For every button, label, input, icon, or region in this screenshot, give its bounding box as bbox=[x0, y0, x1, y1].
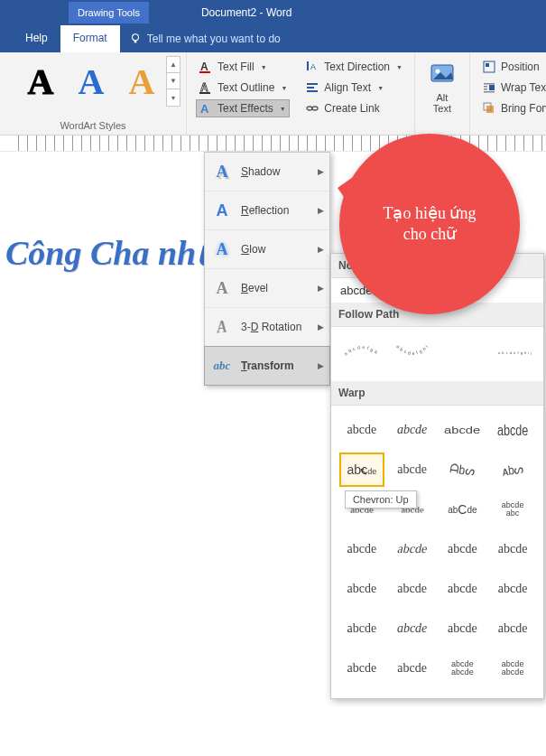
warp-option-chevron-up[interactable]: abcde ↖ Chevron: Up bbox=[339, 453, 384, 487]
tooltip: Chevron: Up bbox=[345, 490, 417, 509]
warp-option[interactable]: ᴀbᔕ bbox=[490, 453, 535, 487]
svg-text:A: A bbox=[200, 61, 208, 73]
annotation-callout: Tạo hiệu ứng cho chữ bbox=[339, 134, 520, 314]
menu-reflection[interactable]: A ReflectionReflection ▶ bbox=[205, 191, 329, 230]
svg-rect-19 bbox=[484, 86, 487, 88]
tab-format[interactable]: Format bbox=[60, 25, 120, 52]
warp-option[interactable]: abcdeabcde bbox=[440, 651, 485, 686]
group-text-layout: A Text Direction▼ Align Text▼ Create Lin… bbox=[293, 52, 415, 135]
warp-option[interactable]: abcdeabcde bbox=[490, 651, 535, 686]
follow-path-option[interactable]: a b c d e f g h i j k l m bbox=[390, 334, 435, 369]
text-outline-button[interactable]: A Text Outline▼ bbox=[196, 79, 290, 97]
warp-option[interactable]: abcde bbox=[490, 572, 535, 606]
svg-rect-11 bbox=[307, 90, 318, 92]
warp-option[interactable]: abcde bbox=[339, 611, 384, 646]
warp-option[interactable]: abcde bbox=[440, 413, 485, 447]
rotation-icon: A bbox=[212, 315, 229, 339]
link-icon bbox=[305, 101, 319, 116]
lightbulb-icon bbox=[129, 33, 142, 45]
svg-rect-21 bbox=[484, 89, 487, 90]
group-text-formatting: A Text Fill▼ A Text Outline▼ A Text Effe… bbox=[187, 52, 293, 135]
callout-text: Tạo hiệu ứng cho chữ bbox=[384, 203, 477, 246]
warp-option[interactable]: abcde bbox=[390, 453, 435, 487]
align-text-label: Align Text bbox=[324, 81, 371, 94]
warp-option[interactable]: abcde bbox=[339, 651, 384, 686]
align-text-button[interactable]: Align Text▼ bbox=[302, 79, 405, 97]
svg-rect-1 bbox=[134, 41, 136, 43]
svg-rect-22 bbox=[484, 91, 495, 93]
position-button[interactable]: Position▼ bbox=[479, 58, 546, 76]
chevron-right-icon: ▶ bbox=[318, 206, 324, 215]
transform-gallery: No Transform abcde Follow Path a b c d e… bbox=[330, 253, 544, 699]
text-direction-button[interactable]: A Text Direction▼ bbox=[302, 58, 405, 76]
warp-option[interactable]: abcde bbox=[390, 413, 435, 447]
warp-option[interactable]: abcde bbox=[339, 572, 384, 606]
follow-path-option[interactable]: a b c d e f G h i j bbox=[440, 334, 485, 369]
wordart-gallery[interactable]: A A A bbox=[18, 56, 164, 107]
align-text-icon bbox=[305, 80, 319, 95]
dropdown-icon: ▼ bbox=[396, 64, 403, 70]
document-canvas[interactable]: Công Cha như n A SShadowhadow ▶ A Reflec… bbox=[0, 152, 546, 756]
svg-rect-3 bbox=[199, 71, 210, 73]
chevron-right-icon: ▶ bbox=[318, 361, 324, 370]
gallery-down-icon[interactable]: ▼ bbox=[167, 73, 180, 89]
bring-forward-label: Bring Forw bbox=[501, 102, 546, 115]
create-link-button[interactable]: Create Link bbox=[302, 99, 405, 117]
text-outline-label: Text Outline bbox=[217, 81, 274, 94]
create-link-label: Create Link bbox=[324, 102, 379, 115]
text-effects-button[interactable]: A Text Effects▼ bbox=[196, 99, 290, 117]
warp-option[interactable]: abcde bbox=[490, 611, 535, 646]
svg-point-0 bbox=[132, 34, 138, 41]
follow-path-option[interactable]: a b c d e f g h i j m o o o bbox=[490, 334, 535, 369]
svg-rect-17 bbox=[486, 63, 489, 67]
svg-rect-23 bbox=[486, 106, 494, 113]
text-effects-icon: A bbox=[199, 101, 213, 116]
ribbon-tabs: Help Format Tell me what you want to do bbox=[0, 25, 546, 52]
wordart-style-1[interactable]: A bbox=[18, 56, 63, 107]
warp-option[interactable]: ᗩbᔕ bbox=[440, 453, 485, 487]
warp-option[interactable]: abcde bbox=[490, 532, 535, 566]
warp-option[interactable]: abcde bbox=[390, 572, 435, 606]
chevron-right-icon: ▶ bbox=[318, 284, 324, 293]
svg-point-15 bbox=[435, 70, 440, 74]
bring-forward-button[interactable]: Bring Forw bbox=[479, 99, 546, 117]
warp-option[interactable]: abcde bbox=[390, 651, 435, 686]
menu-glow[interactable]: A GlowGlow ▶ bbox=[205, 230, 329, 269]
tell-me-search[interactable]: Tell me what you want to do bbox=[120, 25, 290, 52]
warp-option[interactable]: abcde bbox=[339, 532, 384, 566]
position-label: Position bbox=[501, 61, 540, 73]
wrap-text-label: Wrap Text bbox=[501, 81, 546, 94]
warp-option[interactable]: abcde bbox=[390, 611, 435, 646]
tab-help[interactable]: Help bbox=[13, 25, 60, 52]
document-title: Document2 - Word bbox=[201, 6, 292, 19]
menu-3d-rotation[interactable]: A 3-D Rotation3-D Rotation ▶ bbox=[205, 308, 329, 347]
warp-option[interactable]: abCde bbox=[440, 492, 485, 527]
wrap-text-button[interactable]: Wrap Text bbox=[479, 79, 546, 97]
warp-option[interactable]: abcdeabc bbox=[490, 492, 535, 527]
wordart-style-3[interactable]: A bbox=[119, 56, 164, 107]
svg-text:a b c d e f g h i j k l m: a b c d e f g h i j k l m bbox=[342, 338, 381, 357]
alt-text-button[interactable]: Alt Text bbox=[421, 56, 464, 117]
text-direction-icon: A bbox=[305, 60, 319, 74]
group-arrange: Position▼ Wrap Text Bring Forw bbox=[470, 52, 546, 135]
reflection-icon: A bbox=[212, 201, 232, 220]
warp-option[interactable]: abcde bbox=[386, 532, 439, 566]
position-icon bbox=[482, 60, 496, 74]
transform-icon: abc bbox=[212, 356, 232, 376]
warp-option[interactable]: abcde bbox=[440, 572, 485, 606]
gallery-up-icon[interactable]: ▲ bbox=[167, 57, 180, 73]
gallery-more-icon[interactable]: ▾ bbox=[167, 89, 180, 106]
warp-option[interactable]: abcde bbox=[339, 413, 384, 447]
menu-shadow[interactable]: A SShadowhadow ▶ bbox=[205, 153, 329, 191]
svg-rect-20 bbox=[489, 85, 495, 90]
wordart-style-2[interactable]: A bbox=[69, 56, 114, 107]
warp-option[interactable]: abcde bbox=[440, 532, 485, 566]
wordart-gallery-spinner[interactable]: ▲ ▼ ▾ bbox=[166, 56, 180, 107]
warp-option[interactable]: abcde bbox=[490, 413, 535, 447]
follow-path-option[interactable]: a b c d e f g h i j k l m bbox=[339, 334, 384, 369]
menu-transform[interactable]: abc TransformTransform ▶ bbox=[204, 346, 330, 386]
svg-point-12 bbox=[307, 107, 312, 110]
menu-bevel[interactable]: A BevelBevel ▶ bbox=[205, 269, 329, 308]
warp-option[interactable]: abcde bbox=[440, 611, 485, 646]
text-fill-button[interactable]: A Text Fill▼ bbox=[196, 58, 290, 76]
